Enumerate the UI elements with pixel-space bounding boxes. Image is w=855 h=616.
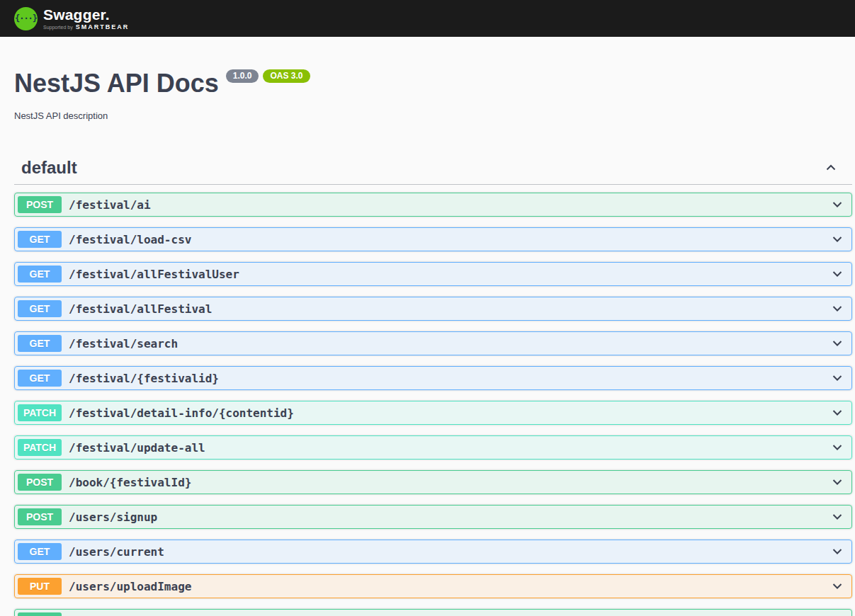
expand-endpoint-button[interactable]: [830, 544, 844, 559]
endpoint-row[interactable]: GET /users/current: [14, 540, 852, 564]
endpoint-row[interactable]: GET /festival/{festivalid}: [14, 366, 852, 390]
swagger-ui-main: NestJS API Docs1.0.0OAS 3.0 NestJS API d…: [0, 71, 855, 616]
expand-endpoint-button[interactable]: [830, 406, 844, 420]
endpoint-row[interactable]: PATCH /festival/detail-info/{contentid}: [14, 401, 852, 425]
api-description: NestJS API description: [14, 110, 852, 121]
endpoint-path: /festival/search: [69, 337, 178, 350]
expand-endpoint-button[interactable]: [830, 267, 844, 281]
collapse-section-button[interactable]: [817, 161, 845, 175]
tag-header-default[interactable]: default: [14, 154, 852, 185]
endpoint-row[interactable]: POST /festival/ai: [14, 193, 852, 217]
expand-endpoint-button[interactable]: [830, 371, 844, 385]
endpoint-path: /users/current: [69, 545, 164, 559]
endpoint-path: /festival/update-all: [69, 441, 205, 455]
page-title: NestJS API Docs1.0.0OAS 3.0: [14, 71, 852, 96]
smartbear-tagline: Supported by SMARTBEAR: [43, 24, 129, 30]
expand-endpoint-button[interactable]: [830, 336, 844, 350]
expand-endpoint-button[interactable]: [830, 302, 844, 316]
swagger-logo-text: Swagger. Supported by SMARTBEAR: [43, 7, 129, 30]
endpoint-row[interactable]: PUT /users/uploadImage: [14, 574, 852, 598]
method-badge: POST: [18, 196, 62, 213]
supported-by-label: Supported by: [43, 25, 73, 30]
oas-badge: OAS 3.0: [263, 69, 310, 83]
tag-section-default: default POST /festival/ai GET /festival/…: [14, 154, 852, 616]
chevron-up-icon: [824, 161, 838, 175]
endpoint-path: /festival/{festivalid}: [69, 372, 219, 385]
api-title-text: NestJS API Docs: [14, 69, 219, 98]
method-badge: POST: [18, 474, 62, 491]
expand-endpoint-button[interactable]: [830, 579, 844, 593]
expand-endpoint-button[interactable]: [830, 510, 844, 524]
expand-endpoint-button[interactable]: [830, 198, 844, 212]
endpoint-row[interactable]: PATCH /festival/update-all: [14, 435, 852, 460]
api-info: NestJS API Docs1.0.0OAS 3.0 NestJS API d…: [14, 71, 852, 121]
expand-endpoint-button[interactable]: [830, 440, 844, 455]
chevron-down-icon: [830, 371, 844, 385]
endpoint-row[interactable]: POST /users/signup: [14, 505, 852, 529]
chevron-down-icon: [830, 232, 844, 246]
endpoint-row[interactable]: POST /reservation/register/{festivalId}: [14, 609, 852, 616]
chevron-down-icon: [830, 440, 844, 455]
version-badge: 1.0.0: [226, 69, 259, 83]
method-badge: PATCH: [18, 404, 62, 421]
endpoint-path: /book/{festivalId}: [69, 476, 191, 489]
endpoint-row[interactable]: GET /festival/allFestival: [14, 297, 852, 321]
endpoint-path: /festival/allFestival: [69, 302, 212, 316]
method-badge: GET: [18, 266, 62, 283]
chevron-down-icon: [830, 302, 844, 316]
endpoint-path: /festival/load-csv: [69, 233, 191, 246]
method-badge: GET: [18, 231, 62, 248]
swagger-logo-icon: {···}: [14, 7, 38, 30]
smartbear-brand: SMARTBEAR: [76, 24, 130, 30]
endpoint-path: /users/signup: [69, 511, 157, 524]
chevron-down-icon: [830, 475, 844, 489]
chevron-down-icon: [830, 267, 844, 281]
method-badge: POST: [18, 612, 62, 616]
method-badge: GET: [18, 335, 62, 352]
endpoint-path: /festival/allFestivalUser: [69, 268, 239, 281]
endpoint-path: /festival/detail-info/{contentid}: [69, 406, 294, 420]
chevron-down-icon: [830, 198, 844, 212]
endpoint-path: /users/uploadImage: [69, 580, 191, 593]
endpoint-row[interactable]: POST /book/{festivalId}: [14, 470, 852, 494]
expand-endpoint-button[interactable]: [830, 475, 844, 489]
topbar: {···} Swagger. Supported by SMARTBEAR: [0, 0, 855, 37]
method-badge: PATCH: [18, 439, 62, 456]
tag-title: default: [21, 158, 77, 178]
method-badge: POST: [18, 508, 62, 525]
endpoint-row[interactable]: GET /festival/search: [14, 331, 852, 355]
chevron-down-icon: [830, 406, 844, 420]
swagger-wordmark: Swagger.: [43, 7, 129, 22]
endpoint-row[interactable]: GET /festival/allFestivalUser: [14, 262, 852, 286]
method-badge: GET: [18, 543, 62, 560]
chevron-down-icon: [830, 579, 844, 593]
endpoint-row[interactable]: GET /festival/load-csv: [14, 227, 852, 251]
expand-endpoint-button[interactable]: [830, 232, 844, 246]
endpoint-path: /festival/ai: [69, 198, 151, 212]
method-badge: GET: [18, 370, 62, 387]
chevron-down-icon: [830, 544, 844, 559]
method-badge: GET: [18, 300, 62, 317]
chevron-down-icon: [830, 336, 844, 350]
endpoint-list: POST /festival/ai GET /festival/load-csv…: [14, 193, 852, 616]
method-badge: PUT: [18, 578, 62, 595]
swagger-logo[interactable]: {···} Swagger. Supported by SMARTBEAR: [14, 7, 129, 30]
chevron-down-icon: [830, 510, 844, 524]
